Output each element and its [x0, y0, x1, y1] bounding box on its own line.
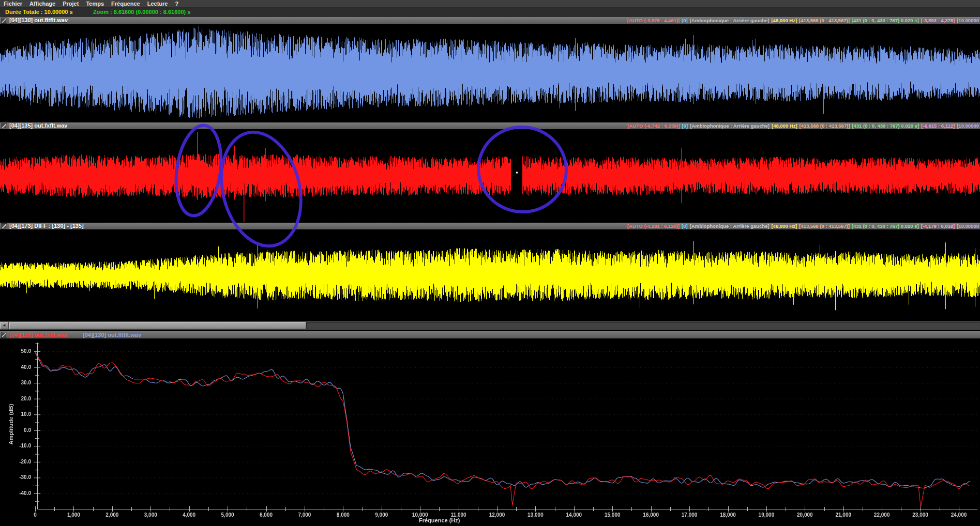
panel-icon[interactable] [1, 332, 7, 338]
y-tick: 0.0 [7, 427, 31, 433]
menu-bar: FichierAffichageProjetTempsFréquenceLect… [0, 0, 980, 8]
x-tick: 14,000 [566, 512, 582, 518]
x-tick: 18,000 [720, 512, 736, 518]
spectrum-plot[interactable]: Amplitude (dB) Fréquence (Hz) 50.040.030… [0, 338, 980, 526]
x-tick: 19,000 [759, 512, 775, 518]
x-tick: 5,000 [221, 512, 234, 518]
badge: [-3,893 : 4,378] [921, 18, 955, 23]
x-tick: 17,000 [682, 512, 698, 518]
y-tick: 10.0 [7, 411, 31, 417]
track-header-1[interactable]: [04][130] out.fltflt.wav [AUTO (-3,976 :… [0, 17, 980, 24]
x-tick: 20,000 [797, 512, 813, 518]
x-tick: 10,000 [412, 512, 428, 518]
track-header-3[interactable]: [04][173] DIFF : [130] - [135] [AUTO (-4… [0, 223, 980, 230]
track-title: [04][130] out.fltflt.wav [9, 17, 68, 24]
scroll-left-arrow-icon[interactable]: ◄ [0, 322, 8, 329]
y-tick: -10.0 [7, 443, 31, 448]
y-tick: -20.0 [7, 459, 31, 465]
panel-icon[interactable] [1, 223, 7, 229]
waveform-canvas-blue[interactable] [0, 24, 980, 122]
waveform-panel-2[interactable] [0, 129, 980, 223]
x-tick: 24,000 [951, 512, 967, 518]
x-tick: 7,000 [298, 512, 311, 518]
x-axis-label: Fréquence (Hz) [419, 517, 460, 523]
waveform-panel-1[interactable] [0, 24, 980, 122]
x-tick: 13,000 [527, 512, 544, 518]
x-tick: 23,000 [912, 512, 928, 518]
x-tick: 9,000 [375, 512, 388, 518]
x-tick: 15,000 [605, 512, 621, 518]
track-title: [04][135] out.fxflt.wav [9, 122, 67, 129]
y-tick: 30.0 [7, 380, 31, 385]
badge: [48,000 Hz] [771, 223, 797, 229]
y-tick: 20.0 [7, 396, 31, 401]
waveform-canvas-yellow[interactable] [0, 229, 980, 321]
menu-item-frquence[interactable]: Fréquence [108, 0, 144, 7]
scrollbar-thumb[interactable] [9, 322, 306, 329]
x-tick: 3,000 [144, 512, 157, 518]
x-tick: 11,000 [451, 512, 466, 518]
track-info-badges: [AUTO (-6,742 : 6,239)][0][Ambiophonique… [625, 122, 979, 129]
menu-item-affichage[interactable]: Affichage [26, 0, 59, 7]
badge: [431 (0 : 0, 430 : 767) 0.020 s] [852, 18, 919, 23]
track-header-2[interactable]: [04][135] out.fxflt.wav [AUTO (-6,742 : … [0, 122, 980, 130]
status-bar: Durée Totale : 10.00000 s Zoom : 8.61600… [0, 8, 980, 18]
menu-item-?[interactable]: ? [171, 0, 182, 7]
badge: [Ambiophonique : Arrière gauche] [690, 123, 770, 129]
badge: [413,568 (0 : 413,567)] [800, 123, 850, 129]
x-tick: 1,000 [67, 512, 80, 518]
menu-item-projet[interactable]: Projet [59, 0, 82, 7]
track-title: [04][173] DIFF : [130] - [135] [9, 223, 84, 229]
badge: [0] [682, 18, 688, 23]
y-tick: -40.0 [7, 490, 31, 496]
badge: [10.00000 [957, 18, 979, 23]
zoom-range-label: Zoom : 8.61600 (0.00000 : 8.61600) s [93, 9, 190, 15]
badge: [48,000 Hz] [772, 123, 797, 129]
scrollbar-track[interactable] [306, 322, 980, 329]
spectrum-header[interactable]: [04][135] out.fxflt.wav [04][130] out.fl… [0, 331, 980, 339]
badge: [431 (0 : 0, 430 : 767) 0.020 s] [852, 123, 919, 129]
x-tick: 0 [34, 512, 37, 518]
badge: [AUTO (-4,281 : 6,120)] [627, 223, 680, 229]
track-info-badges: [AUTO (-3,976 : 4,461)][0][Ambiophonique… [625, 17, 979, 24]
spectrum-canvas[interactable] [0, 338, 980, 526]
legend-series-blue: [04][130] out.fltflt.wav [83, 331, 141, 338]
legend-series-red: [04][135] out.fxflt.wav [9, 331, 67, 338]
menu-item-fichier[interactable]: Fichier [0, 0, 26, 7]
badge: [431 (0 : 0, 430 : 767) 0.020 s] [852, 223, 919, 229]
total-duration-label: Durée Totale : 10.00000 s [5, 9, 73, 15]
badge: [0] [682, 123, 688, 129]
y-tick: -30.0 [7, 474, 31, 480]
panel-icon[interactable] [1, 123, 7, 129]
badge: [413,568 (0 : 413,567)] [799, 18, 850, 23]
badge: [Ambiophonique : Arrière gauche] [690, 223, 770, 229]
x-tick: 6,000 [260, 512, 273, 518]
panel-icon[interactable] [1, 18, 7, 24]
badge: [AUTO (-3,976 : 4,461)] [627, 18, 680, 23]
waveform-canvas-red[interactable] [0, 129, 980, 223]
badge: [413,568 (0 : 413,567)] [799, 223, 850, 229]
y-tick: 50.0 [7, 348, 31, 354]
badge: [0] [682, 223, 688, 229]
badge: [10.00000 [957, 223, 979, 229]
waveform-panel-3[interactable] [0, 229, 980, 321]
x-tick: 16,000 [643, 512, 659, 518]
menu-item-temps[interactable]: Temps [82, 0, 108, 7]
badge: [Ambiophonique : Arrière gauche] [690, 18, 770, 23]
horizontal-scrollbar[interactable]: ◄ [0, 321, 980, 330]
badge: [-6,615 : 6,112] [921, 123, 955, 129]
badge: [-4,179 : 6,018] [921, 223, 955, 229]
menu-item-lecture[interactable]: Lecture [144, 0, 172, 7]
badge: [10.00000 [957, 123, 979, 129]
x-tick: 8,000 [337, 512, 350, 518]
y-tick: 40.0 [7, 364, 31, 370]
badge: [48,000 Hz] [771, 18, 797, 23]
x-tick: 4,000 [183, 512, 195, 518]
x-tick: 2,000 [105, 512, 118, 518]
app-window: FichierAffichageProjetTempsFréquenceLect… [0, 0, 980, 526]
x-tick: 22,000 [874, 512, 890, 518]
x-tick: 12,000 [489, 512, 505, 518]
badge: [AUTO (-6,742 : 6,239)] [627, 123, 680, 129]
x-tick: 21,000 [835, 512, 851, 518]
track-info-badges: [AUTO (-4,281 : 6,120)][0][Ambiophonique… [625, 223, 979, 229]
